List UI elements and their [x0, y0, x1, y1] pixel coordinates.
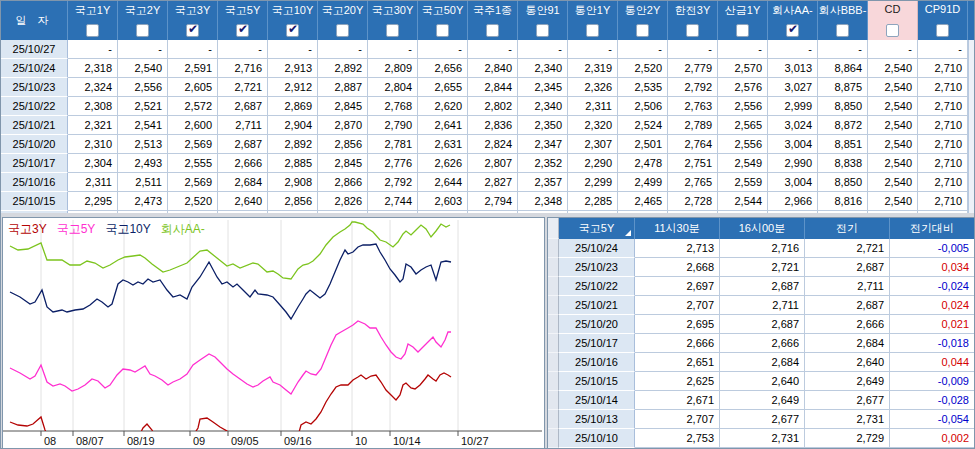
sort-icon[interactable]	[625, 230, 631, 236]
value-cell: 2,807	[468, 154, 518, 173]
value-cell: 2,350	[518, 116, 568, 135]
column-checkbox[interactable]	[536, 24, 549, 37]
column-checkbox[interactable]	[436, 24, 449, 37]
date-cell[interactable]: 25/10/21	[1, 116, 68, 135]
date-cell[interactable]: 25/10/27	[1, 40, 68, 59]
column-header-한전3Y[interactable]: 한전3Y	[668, 1, 718, 40]
column-header-국주1종[interactable]: 국주1종	[468, 1, 518, 40]
table-scrollbar[interactable]	[968, 97, 975, 116]
column-checkbox[interactable]	[236, 24, 249, 37]
detail-column-header-11시30분[interactable]: 11시30분	[635, 218, 720, 239]
detail-row-selector[interactable]	[548, 258, 559, 277]
detail-column-header-국고5Y[interactable]: 국고5Y	[559, 218, 635, 239]
date-cell[interactable]: 25/10/16	[1, 173, 68, 192]
detail-date-cell[interactable]: 25/10/22	[559, 277, 635, 296]
column-checkbox[interactable]	[186, 24, 199, 37]
column-header-회사BBB-[interactable]: 회사BBB-	[818, 1, 868, 40]
detail-row-selector[interactable]	[548, 296, 559, 315]
column-checkbox[interactable]	[686, 24, 699, 37]
table-scrollbar[interactable]	[968, 59, 975, 78]
detail-row-selector[interactable]	[548, 410, 559, 429]
date-cell[interactable]: 25/10/22	[1, 97, 68, 116]
detail-row-selector[interactable]	[548, 277, 559, 296]
value-cell: 2,569	[168, 173, 218, 192]
date-cell[interactable]: 25/10/15	[1, 192, 68, 211]
date-cell[interactable]: 25/10/17	[1, 154, 68, 173]
table-scrollbar-top[interactable]	[968, 1, 975, 40]
value-cell	[68, 211, 118, 213]
detail-column-header-16시00분[interactable]: 16시00분	[720, 218, 805, 239]
column-header-통안2Y[interactable]: 통안2Y	[618, 1, 668, 40]
column-checkbox[interactable]	[386, 24, 399, 37]
table-scrollbar[interactable]	[968, 211, 975, 213]
table-scrollbar[interactable]	[968, 154, 975, 173]
value-cell: 2,345	[518, 78, 568, 97]
detail-row-selector[interactable]	[548, 353, 559, 372]
detail-date-cell[interactable]: 25/10/23	[559, 258, 635, 277]
column-header-국고5Y[interactable]: 국고5Y	[218, 1, 268, 40]
column-checkbox[interactable]	[636, 24, 649, 37]
detail-row-selector[interactable]	[548, 391, 559, 410]
value-cell: 2,710	[918, 59, 968, 78]
detail-date-cell[interactable]: 25/10/17	[559, 334, 635, 353]
value-cell: 2,544	[718, 192, 768, 211]
date-cell[interactable]: 25/10/20	[1, 135, 68, 154]
column-header-CD[interactable]: CD	[868, 1, 918, 40]
detail-row-selector[interactable]	[548, 372, 559, 391]
table-scrollbar[interactable]	[968, 40, 975, 59]
column-checkbox[interactable]	[136, 24, 149, 37]
value-cell: 2,870	[318, 116, 368, 135]
detail-column-header-전기대비[interactable]: 전기대비	[890, 218, 975, 239]
detail-date-cell[interactable]: 25/10/24	[559, 239, 635, 258]
date-column-header[interactable]: 일 자	[1, 1, 68, 40]
column-checkbox[interactable]	[486, 24, 499, 37]
detail-date-cell[interactable]: 25/10/13	[559, 410, 635, 429]
column-checkbox[interactable]	[786, 24, 799, 37]
detail-column-header-전기[interactable]: 전기	[805, 218, 890, 239]
column-checkbox[interactable]	[836, 24, 849, 37]
date-cell[interactable]: 25/10/24	[1, 59, 68, 78]
column-header-국고10Y[interactable]: 국고10Y	[268, 1, 318, 40]
column-header-CP91D[interactable]: CP91D	[918, 1, 968, 40]
column-checkbox[interactable]	[86, 24, 99, 37]
column-checkbox[interactable]	[336, 24, 349, 37]
column-header-회사AA-[interactable]: 회사AA-	[768, 1, 818, 40]
detail-value-cell: 2,695	[635, 315, 720, 334]
detail-date-cell[interactable]: 25/10/14	[559, 391, 635, 410]
detail-row-selector[interactable]	[548, 239, 559, 258]
value-cell: 2,790	[368, 116, 418, 135]
detail-row-selector[interactable]	[548, 334, 559, 353]
column-header-산금1Y[interactable]: 산금1Y	[718, 1, 768, 40]
column-header-국고20Y[interactable]: 국고20Y	[318, 1, 368, 40]
column-label: 국고3Y	[175, 3, 210, 18]
table-scrollbar[interactable]	[968, 78, 975, 97]
column-label: 국고5Y	[225, 3, 260, 18]
column-checkbox[interactable]	[736, 24, 749, 37]
column-header-국고2Y[interactable]: 국고2Y	[118, 1, 168, 40]
column-header-국고3Y[interactable]: 국고3Y	[168, 1, 218, 40]
column-checkbox[interactable]	[286, 24, 299, 37]
value-cell: 2,569	[168, 135, 218, 154]
column-checkbox[interactable]	[936, 24, 949, 37]
column-header-국고1Y[interactable]: 국고1Y	[68, 1, 118, 40]
detail-row-selector[interactable]	[548, 429, 559, 448]
table-scrollbar[interactable]	[968, 135, 975, 154]
detail-row-selector[interactable]	[548, 315, 559, 334]
table-scrollbar[interactable]	[968, 192, 975, 211]
column-checkbox[interactable]	[886, 24, 899, 37]
date-cell[interactable]: 25/10/23	[1, 78, 68, 97]
column-header-통안91[interactable]: 통안91	[518, 1, 568, 40]
table-scrollbar[interactable]	[968, 173, 975, 192]
detail-date-cell[interactable]: 25/10/20	[559, 315, 635, 334]
column-checkbox[interactable]	[586, 24, 599, 37]
detail-date-cell[interactable]: 25/10/10	[559, 429, 635, 448]
detail-date-cell[interactable]: 25/10/15	[559, 372, 635, 391]
table-scrollbar[interactable]	[968, 116, 975, 135]
column-header-국고30Y[interactable]: 국고30Y	[368, 1, 418, 40]
detail-value-cell: 2,713	[635, 239, 720, 258]
detail-date-cell[interactable]: 25/10/16	[559, 353, 635, 372]
column-header-통안1Y[interactable]: 통안1Y	[568, 1, 618, 40]
column-header-국고50Y[interactable]: 국고50Y	[418, 1, 468, 40]
value-cell: 2,809	[368, 59, 418, 78]
detail-date-cell[interactable]: 25/10/21	[559, 296, 635, 315]
